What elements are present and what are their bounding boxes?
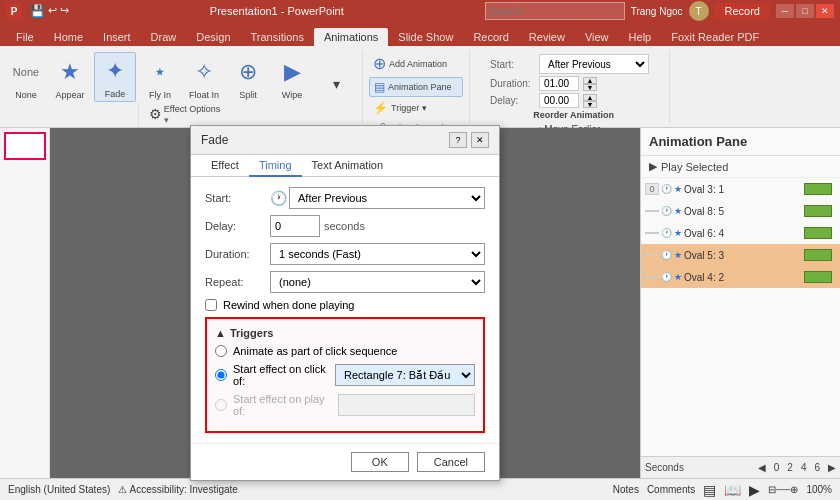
anim-badge-1: 0 xyxy=(645,183,659,195)
save-icon[interactable]: 💾 xyxy=(30,4,45,18)
ribbon-group-advanced: ⊕ Add Animation ▤ Animation Pane ⚡ Trigg… xyxy=(363,50,470,123)
window-title: Presentation1 - PowerPoint xyxy=(210,5,344,17)
repeat-select[interactable]: (none) xyxy=(270,271,485,293)
dialog-tab-effect[interactable]: Effect xyxy=(201,155,249,177)
close-button[interactable]: ✕ xyxy=(816,4,834,18)
anim-item-2[interactable]: 🕐 ★ Oval 8: 5 xyxy=(641,200,840,222)
trigger-radio-1[interactable] xyxy=(215,345,227,357)
cancel-button[interactable]: Cancel xyxy=(417,452,485,472)
tab-insert[interactable]: Insert xyxy=(93,28,141,46)
rewind-row: Rewind when done playing xyxy=(205,299,485,311)
anim-item-1[interactable]: 0 🕐 ★ Oval 3: 1 xyxy=(641,178,840,200)
trigger-radio-3[interactable] xyxy=(215,399,227,411)
anim-name-5: Oval 4: 2 xyxy=(684,272,802,283)
start-row: Start: After Previous xyxy=(490,54,649,74)
timeline-arrow-left[interactable]: ◀ xyxy=(758,462,766,473)
anim-fade[interactable]: ✦ Fade xyxy=(94,52,136,102)
slide-thumb-1[interactable] xyxy=(4,132,46,160)
slide-canvas-area: Fade ? ✕ Effect Timing Text Animation xyxy=(50,128,640,478)
zoom-slider[interactable]: ⊟──⊕ xyxy=(768,484,798,495)
tab-slideshow[interactable]: Slide Show xyxy=(388,28,463,46)
view-reading-icon[interactable]: 📖 xyxy=(724,482,741,498)
tab-home[interactable]: Home xyxy=(44,28,93,46)
anim-split[interactable]: ⊕ Split xyxy=(228,54,268,102)
tab-file[interactable]: File xyxy=(6,28,44,46)
rewind-label: Rewind when done playing xyxy=(223,299,354,311)
timeline-arrow-right[interactable]: ▶ xyxy=(828,462,836,473)
tab-view[interactable]: View xyxy=(575,28,619,46)
tab-draw[interactable]: Draw xyxy=(141,28,187,46)
dialog-help-btn[interactable]: ? xyxy=(449,132,467,148)
notes-btn[interactable]: Notes xyxy=(613,484,639,495)
star-icon-4: ★ xyxy=(674,250,682,260)
delay-input[interactable] xyxy=(270,215,320,237)
triggers-label: Triggers xyxy=(230,327,273,339)
start-label: Start: xyxy=(205,192,270,204)
undo-icon[interactable]: ↩ xyxy=(48,4,57,18)
pane-icon: ▤ xyxy=(374,80,385,94)
dialog-tab-timing[interactable]: Timing xyxy=(249,155,302,177)
search-input[interactable] xyxy=(485,2,625,20)
anim-item-3[interactable]: 🕐 ★ Oval 6: 4 xyxy=(641,222,840,244)
status-bar: English (United States) ⚠ Accessibility:… xyxy=(0,478,840,500)
trigger-radio-2[interactable] xyxy=(215,369,227,381)
view-slideshow-icon[interactable]: ▶ xyxy=(749,482,760,498)
dialog-close-btn[interactable]: ✕ xyxy=(471,132,489,148)
reorder-label: Reorder Animation xyxy=(533,110,614,120)
wipe-icon: ▶ xyxy=(276,56,308,88)
tab-help[interactable]: Help xyxy=(619,28,662,46)
add-animation-btn[interactable]: ⊕ Add Animation xyxy=(369,52,463,75)
anim-item-5[interactable]: 🕐 ★ Oval 4: 2 xyxy=(641,266,840,288)
effect-options[interactable]: ⚙ Effect Options ▾ xyxy=(145,102,224,127)
triggers-header: ▲ Triggers xyxy=(215,327,475,339)
tab-animations[interactable]: Animations xyxy=(314,28,388,46)
anim-name-2: Oval 8: 5 xyxy=(684,206,802,217)
ok-button[interactable]: OK xyxy=(351,452,409,472)
tab-record[interactable]: Record xyxy=(463,28,518,46)
status-bar-right: Notes Comments ▤ 📖 ▶ ⊟──⊕ 100% xyxy=(613,482,832,498)
anim-item-4[interactable]: 🕐 ★ Oval 5: 3 xyxy=(641,244,840,266)
anim-bar-5 xyxy=(804,271,832,283)
tab-design[interactable]: Design xyxy=(186,28,240,46)
triggers-section: ▲ Triggers Animate as part of click sequ… xyxy=(205,317,485,433)
delay-spin[interactable]: ▲ ▼ xyxy=(583,94,597,108)
anim-wipe[interactable]: ▶ Wipe xyxy=(272,54,312,102)
anim-fly-in[interactable]: ⋆ Fly In xyxy=(140,54,180,102)
duration-select[interactable]: 1 seconds (Fast) xyxy=(270,243,485,265)
record-button[interactable]: Record xyxy=(715,3,770,19)
start-select[interactable]: After Previous xyxy=(289,187,485,209)
delay-up[interactable]: ▲ xyxy=(583,94,597,101)
tab-foxit[interactable]: Foxit Reader PDF xyxy=(661,28,769,46)
anim-appear[interactable]: ★ Appear xyxy=(50,54,90,102)
delay-down[interactable]: ▼ xyxy=(583,101,597,108)
anim-float-in[interactable]: ✧ Float In xyxy=(184,54,224,102)
anim-more[interactable]: ▾ xyxy=(316,66,356,102)
tab-transitions[interactable]: Transitions xyxy=(241,28,314,46)
view-normal-icon[interactable]: ▤ xyxy=(703,482,716,498)
dialog-tab-text-animation[interactable]: Text Animation xyxy=(302,155,394,177)
anim-none[interactable]: None None xyxy=(6,54,46,102)
delay-value[interactable]: 00.00 xyxy=(539,93,579,108)
start-select[interactable]: After Previous xyxy=(539,54,649,74)
play-selected-btn[interactable]: ▶ Play Selected xyxy=(641,156,840,178)
animation-pane-btn[interactable]: ▤ Animation Pane xyxy=(369,77,463,97)
trigger-btn[interactable]: ⚡ Trigger ▾ xyxy=(369,99,463,117)
clock-icon-5: 🕐 xyxy=(661,272,672,282)
star-icon-1: ★ xyxy=(674,184,682,194)
duration-value[interactable]: 01.00 xyxy=(539,76,579,91)
tab-review[interactable]: Review xyxy=(519,28,575,46)
play-icon: ▶ xyxy=(649,160,657,173)
duration-down[interactable]: ▼ xyxy=(583,84,597,91)
anim-name-3: Oval 6: 4 xyxy=(684,228,802,239)
rewind-checkbox[interactable] xyxy=(205,299,217,311)
comments-btn[interactable]: Comments xyxy=(647,484,695,495)
minimize-button[interactable]: ─ xyxy=(776,4,794,18)
maximize-button[interactable]: □ xyxy=(796,4,814,18)
duration-spin[interactable]: ▲ ▼ xyxy=(583,77,597,91)
trigger-click-select[interactable]: Rectangle 7: Bắt Đầu xyxy=(335,364,475,386)
star-icon-3: ★ xyxy=(674,228,682,238)
duration-up[interactable]: ▲ xyxy=(583,77,597,84)
redo-icon[interactable]: ↪ xyxy=(60,4,69,18)
trigger-option-3-row: Start effect on play of: xyxy=(215,393,475,417)
fade-icon: ✦ xyxy=(99,55,131,87)
